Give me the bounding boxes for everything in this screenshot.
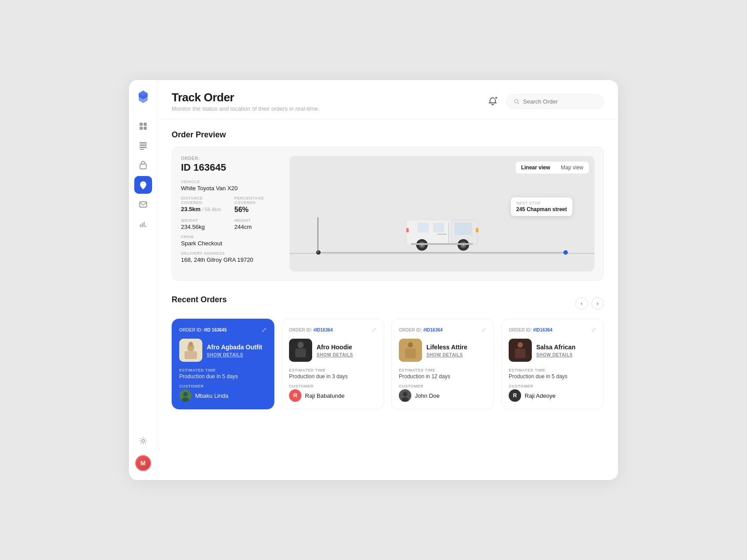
- svg-point-41: [408, 342, 413, 348]
- from-value: Spark Checkout: [181, 240, 279, 247]
- card-0-product: Afro Agbada Outfit SHOW DETAILS: [179, 339, 267, 362]
- body-content: Order Preview ORDER: ID 163645 VEHICLE W…: [157, 120, 618, 480]
- customer-avatar-0: [179, 389, 192, 402]
- external-link-icon-0[interactable]: ⤢: [261, 326, 267, 333]
- card-1-order-id: ORDER ID: #ID16364: [289, 328, 333, 332]
- card-3-product: Salsa African SHOW DETAILS: [509, 339, 596, 362]
- page-title: Track Order: [172, 91, 478, 104]
- card-3-product-name: Salsa African: [536, 344, 575, 351]
- next-stop-popup: Next Stop 245 Chapman street: [511, 197, 572, 216]
- external-link-icon-1[interactable]: ⤢: [371, 326, 377, 333]
- user-avatar[interactable]: M: [135, 455, 151, 471]
- orders-grid: ORDER ID: #ID 163645 ⤢ Afro Agbada Outfi…: [172, 319, 604, 409]
- weight-group: WEIGHT 234.56kg: [181, 218, 225, 230]
- vehicle-label: VEHICLE: [181, 180, 279, 184]
- card-3-customer-label: CUSTOMER: [509, 384, 596, 388]
- order-label: ORDER:: [181, 156, 279, 161]
- road-line: [289, 253, 594, 254]
- svg-rect-17: [418, 223, 429, 232]
- svg-point-47: [518, 342, 523, 348]
- svg-rect-1: [144, 123, 147, 126]
- nav-arrows: ‹ ›: [575, 297, 604, 310]
- sidebar-item-settings[interactable]: [134, 432, 152, 450]
- customer-avatar-3: R: [509, 389, 521, 402]
- card-0-product-name: Afro Agbada Outfit: [207, 344, 262, 351]
- svg-rect-31: [185, 351, 197, 359]
- sidebar-item-track[interactable]: [134, 176, 152, 194]
- card-1-show-details[interactable]: SHOW DETAILS: [317, 352, 353, 357]
- card-2-show-details[interactable]: SHOW DETAILS: [426, 352, 467, 357]
- svg-rect-18: [433, 223, 444, 232]
- linear-view-button[interactable]: Linear view: [516, 162, 555, 173]
- order-preview-title: Order Preview: [172, 130, 604, 140]
- svg-point-32: [189, 342, 193, 346]
- order-card-0[interactable]: ORDER ID: #ID 163645 ⤢ Afro Agbada Outfi…: [172, 319, 274, 409]
- card-0-customer-name: Mbaku Linda: [195, 392, 228, 399]
- card-3-header: ORDER ID: #ID16364 ⤢: [509, 326, 596, 333]
- svg-point-44: [403, 392, 407, 396]
- sidebar-item-dashboard[interactable]: [134, 117, 152, 135]
- start-stop-dot: [316, 250, 321, 255]
- card-3-show-details[interactable]: SHOW DETAILS: [536, 352, 575, 357]
- card-1-est-value: Production due in 3 days: [289, 373, 377, 380]
- next-arrow[interactable]: ›: [591, 297, 604, 310]
- card-0-show-details[interactable]: SHOW DETAILS: [207, 352, 262, 357]
- svg-rect-15: [454, 223, 472, 235]
- notifications-button[interactable]: [485, 93, 501, 109]
- card-2-est-value: Production in 12 days: [399, 373, 486, 380]
- svg-rect-27: [406, 228, 409, 232]
- product-img-1: [289, 339, 312, 362]
- svg-rect-48: [515, 348, 526, 358]
- external-link-icon-2[interactable]: ⤢: [481, 326, 486, 333]
- distance-number: 23.5km: [181, 206, 201, 212]
- weight-label: WEIGHT: [181, 218, 225, 223]
- svg-rect-26: [476, 228, 478, 232]
- card-1-est-label: ESTIMATED TIME: [289, 368, 377, 372]
- app-logo[interactable]: [135, 89, 151, 107]
- svg-rect-5: [140, 144, 147, 146]
- svg-rect-8: [140, 164, 146, 169]
- next-stop-label: Next Stop: [516, 201, 567, 205]
- next-stop-address: 245 Chapman street: [516, 206, 567, 212]
- page-subtitle: Monitor the status and location of their…: [172, 105, 478, 112]
- sidebar-bottom: M: [134, 432, 152, 471]
- card-3-order-id: ORDER ID: #ID16364: [509, 328, 552, 332]
- svg-rect-3: [144, 127, 147, 130]
- card-0-header: ORDER ID: #ID 163645 ⤢: [179, 326, 267, 333]
- svg-point-12: [514, 99, 518, 103]
- sidebar-item-data[interactable]: [134, 137, 152, 155]
- card-3-est-label: ESTIMATED TIME: [509, 368, 596, 372]
- order-card-2[interactable]: ORDER ID: #ID16364 ⤢ Lifeless Attire SHO…: [391, 319, 494, 409]
- delivery-value: 168, 24th Gilroy GRA 19720: [181, 256, 279, 263]
- percentage-group: PERCENTAGE COVERED 56%: [234, 196, 279, 214]
- from-field: FROM Spark Checkout: [181, 235, 279, 247]
- main-content: Track Order Monitor the status and locat…: [157, 80, 618, 480]
- card-0-customer: Mbaku Linda: [179, 389, 267, 402]
- card-1-product-name: Afro Hoodie: [317, 344, 353, 351]
- height-value: 244cm: [234, 224, 279, 230]
- sidebar-item-orders[interactable]: [134, 156, 152, 174]
- svg-point-34: [183, 392, 188, 396]
- product-img-3: [509, 339, 532, 362]
- card-2-header: ORDER ID: #ID16364 ⤢: [399, 326, 486, 333]
- svg-rect-38: [295, 348, 306, 357]
- external-link-icon-3[interactable]: ⤢: [591, 326, 596, 333]
- search-input[interactable]: [523, 98, 596, 105]
- map-view-button[interactable]: Map view: [555, 162, 589, 173]
- sidebar-item-reports[interactable]: [134, 215, 152, 233]
- sidebar-item-messages[interactable]: [134, 196, 152, 213]
- order-card-3[interactable]: ORDER ID: #ID16364 ⤢ Salsa African SHOW …: [501, 319, 604, 409]
- from-label: FROM: [181, 235, 279, 239]
- search-box[interactable]: [506, 94, 604, 109]
- card-1-header: ORDER ID: #ID16364 ⤢: [289, 326, 377, 333]
- prev-arrow[interactable]: ‹: [575, 297, 588, 310]
- header-title-area: Track Order Monitor the status and locat…: [172, 91, 478, 112]
- product-img-0: [179, 339, 202, 362]
- height-group: HEIGHT 244cm: [234, 218, 279, 230]
- svg-rect-42: [405, 348, 416, 358]
- order-preview-card: ORDER: ID 163645 VEHICLE White Toyota Va…: [172, 147, 604, 281]
- card-2-info: Lifeless Attire SHOW DETAILS: [426, 344, 467, 357]
- weight-value: 234.56kg: [181, 224, 225, 230]
- svg-rect-6: [140, 147, 147, 148]
- order-card-1[interactable]: ORDER ID: #ID16364 ⤢ Afro Hoodie SHOW DE…: [281, 319, 384, 409]
